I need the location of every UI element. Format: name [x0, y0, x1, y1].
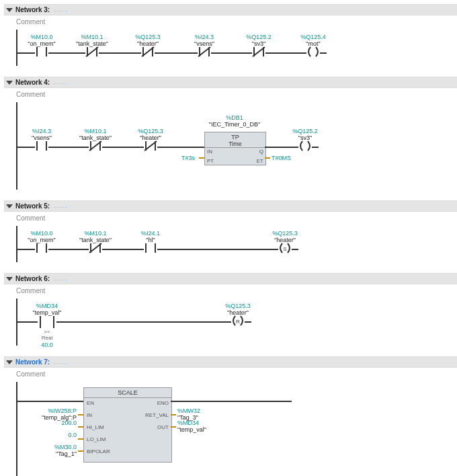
network-7: Network 7: ..... Comment SCALEENINHI_LIM… — [4, 356, 457, 476]
et-value[interactable]: T#0MS — [272, 155, 291, 161]
pin-PT: PT — [207, 158, 214, 164]
pin-IN: IN — [207, 149, 212, 155]
contact-rcoil[interactable]: %Q125.3"heater"R — [218, 303, 258, 327]
wire — [245, 321, 251, 323]
pin-value[interactable]: %IW258:P"temp_alg":P — [30, 407, 77, 421]
stub — [78, 414, 83, 415]
timer-block[interactable]: TPTimeINPTQET — [204, 132, 266, 165]
contact-nc[interactable]: %M10.1"tank_state" — [75, 128, 116, 152]
compare-op: >=Real — [27, 329, 67, 342]
network-header[interactable]: Network 7: ..... — [4, 356, 457, 368]
rung: %I24.3"vsens"%M10.1"tank_state"%Q125.3"h… — [16, 102, 457, 190]
symbol-name: "tank_state" — [75, 134, 116, 141]
contact-nc[interactable]: %Q125.3"heater" — [130, 128, 171, 152]
symbol-name: "tank_state" — [72, 40, 112, 47]
pt-value[interactable]: T#3s — [181, 155, 195, 161]
collapse-icon[interactable] — [6, 8, 13, 12]
contact-no[interactable]: %I24.1"hl" — [130, 230, 171, 254]
comment[interactable]: Comment — [4, 15, 457, 27]
network-title: Network 7: — [15, 358, 50, 366]
address: %I24.1 — [130, 230, 171, 237]
rung: %M10.0"on_mem"%M10.1"tank_state"%Q125.3"… — [16, 30, 457, 66]
wire — [17, 401, 83, 402]
pin-ET: ET — [257, 158, 263, 164]
contact-nc[interactable]: %Q125.3"heater" — [128, 34, 168, 58]
symbol-name: "heater" — [128, 40, 168, 47]
wire — [292, 249, 298, 250]
pin-value[interactable]: %M30.0"Tag_1" — [30, 444, 77, 457]
symbol-name: "vsens" — [184, 40, 224, 47]
wire — [171, 401, 292, 402]
comment[interactable]: Comment — [4, 88, 457, 100]
contact-nc[interactable]: %M10.1"tank_state" — [72, 34, 112, 58]
wire — [320, 52, 327, 54]
pin-RET_VAL: RET_VAL — [145, 412, 169, 418]
contact-no[interactable]: %M10.0"on_mem" — [22, 34, 62, 58]
pin-LO_LIM: LO_LIM — [87, 436, 106, 442]
pin-value[interactable]: 200.0 — [30, 420, 77, 426]
contact-scoil[interactable]: %Q125.3"heater"S — [265, 230, 305, 254]
collapse-icon[interactable] — [6, 360, 13, 364]
collapse-icon[interactable] — [6, 277, 13, 281]
symbol-name: "on_mem" — [22, 237, 62, 243]
network-header[interactable]: Network 6: ..... — [4, 273, 457, 284]
dots-icon: ..... — [54, 359, 68, 365]
contact-nc[interactable]: %I24.3"vsens" — [184, 34, 224, 58]
pin-Q: Q — [259, 149, 263, 155]
address: %Q125.3 — [128, 34, 168, 40]
network-3: Network 3: ..... Comment %M10.0"on_mem"%… — [4, 4, 457, 66]
scale-block[interactable]: SCALEENINHI_LIMLO_LIMBIPOLARENORET_VALOU… — [83, 387, 172, 463]
symbol-name: "temp_val" — [27, 309, 67, 316]
symbol-name: "mot" — [293, 40, 333, 47]
compare-const[interactable]: 40.0 — [27, 342, 67, 348]
stub — [199, 157, 204, 159]
db-address: %DB1 — [191, 114, 278, 121]
network-header[interactable]: Network 4: ..... — [4, 77, 457, 88]
network-header[interactable]: Network 3: ..... — [4, 4, 457, 15]
power-rail — [16, 226, 17, 262]
db-name: "IEC_Timer_0_DB" — [191, 121, 278, 128]
symbol-name: "heater" — [218, 309, 258, 316]
symbol-name: "on_mem" — [22, 40, 62, 47]
contact-no[interactable]: %M10.0"on_mem" — [22, 230, 62, 254]
rung: %MD34"temp_val">=Real40.0%Q125.3"heater"… — [16, 299, 457, 346]
block-type: TPTime — [205, 132, 265, 148]
pin-value[interactable]: 0.0 — [30, 432, 77, 438]
symbol-name: "heater" — [265, 237, 305, 243]
power-rail — [16, 102, 17, 190]
address: %M10.0 — [22, 34, 62, 40]
network-title: Network 5: — [15, 202, 50, 210]
contact-nc[interactable]: %Q125.2"sv3" — [239, 34, 279, 58]
address: %M10.1 — [75, 230, 116, 237]
stub — [171, 414, 176, 415]
stub — [171, 426, 176, 428]
symbol-name: "hl" — [130, 237, 171, 243]
collapse-icon[interactable] — [6, 81, 13, 85]
contact-no[interactable]: %I24.3"vsens" — [22, 128, 62, 152]
power-rail — [16, 30, 17, 66]
rung: %M10.0"on_mem"%M10.1"tank_state"%I24.1"h… — [16, 226, 457, 262]
network-header[interactable]: Network 5: ..... — [4, 200, 457, 212]
collapse-icon[interactable] — [6, 204, 13, 208]
power-rail — [16, 382, 17, 476]
comment[interactable]: Comment — [4, 212, 457, 223]
comment[interactable]: Comment — [4, 368, 457, 379]
pin-value[interactable]: %MW32"Tag_3" — [177, 407, 231, 421]
stub — [265, 157, 270, 159]
contact-coil[interactable]: %Q125.4"mot" — [293, 34, 333, 58]
pin-BIPOLAR: BIPOLAR — [87, 448, 110, 454]
dots-icon: ..... — [54, 276, 68, 282]
contact-nc[interactable]: %M10.1"tank_state" — [75, 230, 116, 254]
dots-icon: ..... — [54, 79, 68, 85]
network-title: Network 4: — [15, 79, 50, 86]
contact-coil[interactable]: %Q125.2"sv3" — [285, 128, 325, 152]
symbol-name: "heater" — [130, 134, 171, 141]
compare-block[interactable]: %MD34"temp_val">=Real40.0 — [27, 303, 67, 348]
symbol-name: "sv3" — [285, 134, 325, 141]
block-label: SCALE — [84, 388, 171, 398]
address: %MD34 — [27, 303, 67, 309]
pin-value[interactable]: %MD34"temp_val" — [177, 420, 231, 433]
pin-EN: EN — [87, 400, 94, 406]
comment[interactable]: Comment — [4, 284, 457, 296]
address: %Q125.3 — [218, 303, 258, 309]
